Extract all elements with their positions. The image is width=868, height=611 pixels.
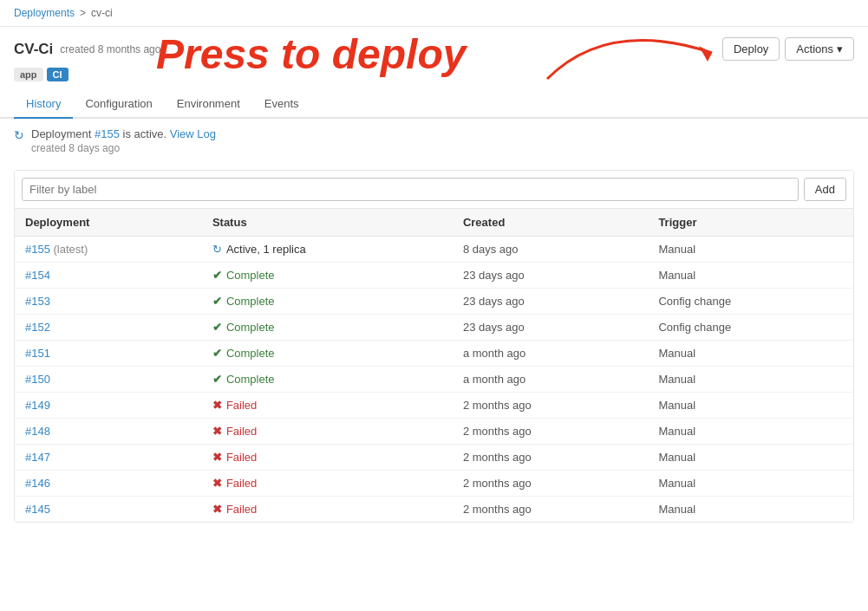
tab-configuration[interactable]: Configuration <box>73 90 164 119</box>
deployment-link[interactable]: #154 <box>25 269 50 282</box>
cell-created: a month ago <box>453 341 648 367</box>
table-row: #146✖ Failed2 months agoManual <box>15 471 853 497</box>
cell-status: ✖ Failed <box>202 445 453 471</box>
banner-sub: created 8 days ago <box>31 142 216 154</box>
deployment-link[interactable]: #151 <box>25 347 50 360</box>
banner-suffix: is active. <box>123 127 167 140</box>
status-cell-inner: ✖ Failed <box>212 399 442 412</box>
tag-app[interactable]: app <box>14 68 43 81</box>
filter-row: Add <box>15 171 853 209</box>
cell-status: ✔ Complete <box>202 315 453 341</box>
cell-trigger: Manual <box>648 263 853 289</box>
deployment-link[interactable]: #146 <box>25 477 50 490</box>
cell-deployment: #147 <box>15 445 202 471</box>
banner-deployment-link[interactable]: #155 <box>95 127 120 140</box>
status-cell-inner: ✔ Complete <box>212 295 442 308</box>
cell-created: 23 days ago <box>453 289 648 315</box>
col-created: Created <box>453 209 648 237</box>
status-text: Complete <box>226 347 275 360</box>
cell-deployment: #155 (latest) <box>15 237 202 263</box>
status-cell-inner: ✖ Failed <box>212 425 442 438</box>
banner-text: Deployment #155 is active. View Log <box>31 127 216 140</box>
deployment-link[interactable]: #153 <box>25 295 50 308</box>
deployment-link[interactable]: #149 <box>25 399 50 412</box>
status-text: Complete <box>226 321 275 334</box>
page-header: CV-Ci created 8 months ago Press to depl… <box>0 27 868 68</box>
cell-status: ✖ Failed <box>202 497 453 523</box>
status-cell-inner: ✖ Failed <box>212 503 442 516</box>
cell-status: ✔ Complete <box>202 289 453 315</box>
complete-icon: ✔ <box>212 373 222 386</box>
cell-trigger: Manual <box>648 341 853 367</box>
complete-icon: ✔ <box>212 321 222 334</box>
add-label-button[interactable]: Add <box>804 178 846 201</box>
cell-trigger: Manual <box>648 393 853 419</box>
status-text: Complete <box>226 295 275 308</box>
status-text: Complete <box>226 373 275 386</box>
deployment-link[interactable]: #147 <box>25 451 50 464</box>
breadcrumb-separator: > <box>80 7 86 19</box>
deployment-link[interactable]: #155 <box>25 243 50 256</box>
tab-events[interactable]: Events <box>252 90 311 119</box>
deployment-active-icon: ↻ <box>14 128 24 142</box>
header-actions: Deploy Actions ▾ <box>722 37 854 61</box>
page-title: CV-Ci <box>14 41 53 58</box>
cell-deployment: #146 <box>15 471 202 497</box>
status-text: Active, 1 replica <box>226 243 306 256</box>
tabs-nav: History Configuration Environment Events <box>0 90 868 119</box>
breadcrumb: Deployments > cv-ci <box>0 0 868 27</box>
cell-status: ✖ Failed <box>202 393 453 419</box>
status-text: Failed <box>226 399 257 412</box>
complete-icon: ✔ <box>212 347 222 360</box>
tab-history[interactable]: History <box>14 90 73 119</box>
table-row: #152✔ Complete23 days agoConfig change <box>15 315 853 341</box>
cell-status: ✖ Failed <box>202 471 453 497</box>
cell-trigger: Manual <box>648 445 853 471</box>
col-status: Status <box>202 209 453 237</box>
breadcrumb-current: cv-ci <box>91 7 113 19</box>
complete-icon: ✔ <box>212 269 222 282</box>
cell-trigger: Manual <box>648 497 853 523</box>
deploy-button[interactable]: Deploy <box>722 37 780 61</box>
view-log-link[interactable]: View Log <box>170 127 216 140</box>
filter-input[interactable] <box>22 178 799 201</box>
table-row: #151✔ Completea month agoManual <box>15 341 853 367</box>
deployment-link[interactable]: #145 <box>25 503 50 516</box>
cell-deployment: #145 <box>15 497 202 523</box>
actions-button-label: Actions <box>796 42 833 55</box>
deployment-link[interactable]: #152 <box>25 321 50 334</box>
failed-icon: ✖ <box>212 451 222 464</box>
tag-ci[interactable]: CI <box>47 68 69 81</box>
deployments-table: Deployment Status Created Trigger #155 (… <box>15 209 853 522</box>
status-text: Failed <box>226 503 257 516</box>
breadcrumb-parent-link[interactable]: Deployments <box>14 7 75 19</box>
status-text: Complete <box>226 269 275 282</box>
failed-icon: ✖ <box>212 477 222 490</box>
cell-created: 2 months ago <box>453 393 648 419</box>
status-cell-inner: ✖ Failed <box>212 477 442 490</box>
cell-trigger: Manual <box>648 367 853 393</box>
status-cell-inner: ✔ Complete <box>212 321 442 334</box>
col-deployment: Deployment <box>15 209 202 237</box>
table-row: #153✔ Complete23 days agoConfig change <box>15 289 853 315</box>
deployment-banner: ↻ Deployment #155 is active. View Log cr… <box>0 119 868 163</box>
tab-environment[interactable]: Environment <box>165 90 252 119</box>
table-row: #155 (latest)↻ Active, 1 replica8 days a… <box>15 237 853 263</box>
table-row: #147✖ Failed2 months agoManual <box>15 445 853 471</box>
deployment-link[interactable]: #150 <box>25 373 50 386</box>
failed-icon: ✖ <box>212 425 222 438</box>
actions-button[interactable]: Actions ▾ <box>785 37 854 61</box>
cell-deployment: #150 <box>15 367 202 393</box>
cell-status: ✔ Complete <box>202 263 453 289</box>
failed-icon: ✖ <box>212 399 222 412</box>
deployment-link[interactable]: #148 <box>25 425 50 438</box>
tags-row: app CI <box>0 68 868 90</box>
cell-created: 8 days ago <box>453 237 648 263</box>
cell-trigger: Config change <box>648 315 853 341</box>
status-cell-inner: ✖ Failed <box>212 451 442 464</box>
status-cell-inner: ✔ Complete <box>212 269 442 282</box>
table-row: #150✔ Completea month agoManual <box>15 367 853 393</box>
status-text: Failed <box>226 425 257 438</box>
cell-deployment: #152 <box>15 315 202 341</box>
cell-created: 2 months ago <box>453 497 648 523</box>
